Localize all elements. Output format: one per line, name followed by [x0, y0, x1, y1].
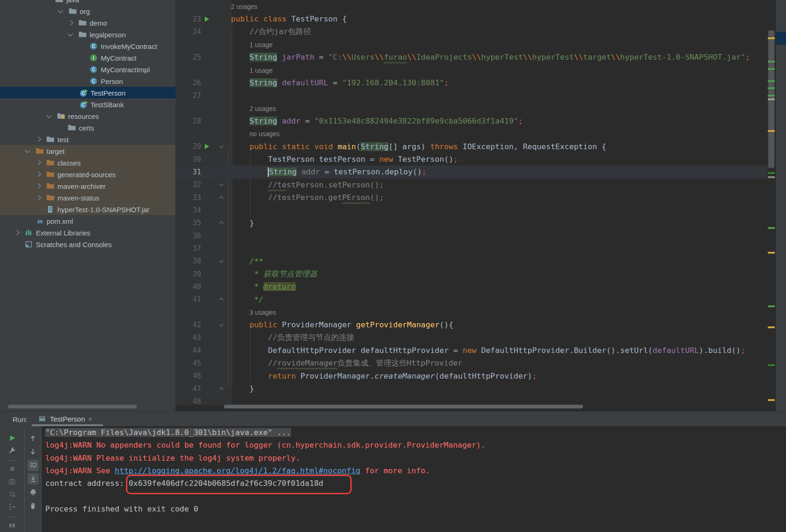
tree-item-legalperson[interactable]: legalperson	[0, 28, 175, 40]
editor-line-35[interactable]: 35 }	[175, 217, 767, 229]
error-stripe-mark[interactable]	[768, 98, 775, 100]
editor-line-42[interactable]: 42 public ProviderManager getProviderMan…	[175, 318, 767, 331]
editor-line-31[interactable]: 31 String addr = testPerson.deploy();	[175, 166, 767, 178]
editor-line-32[interactable]: 32 //testPerson.setPerson();	[175, 179, 767, 191]
error-stripe-mark[interactable]	[768, 305, 775, 307]
fold-marker-icon[interactable]	[219, 196, 224, 200]
tree-item-maven-archiver[interactable]: maven-archiver	[0, 180, 175, 192]
error-stripe-mark[interactable]	[768, 172, 775, 174]
chevron-collapsed-icon[interactable]	[35, 160, 41, 165]
error-stripe-mark[interactable]	[768, 87, 775, 89]
camera-button[interactable]	[7, 476, 18, 486]
tree-item-mycontractimpl[interactable]: CMyContractImpl	[0, 63, 175, 75]
tree-item-testsbank[interactable]: CTestSBank	[0, 98, 175, 110]
editor-line-27[interactable]: 27	[175, 89, 767, 102]
tree-item-resources[interactable]: resources	[0, 110, 175, 122]
chevron-expanded-icon[interactable]	[68, 31, 73, 36]
up-button[interactable]	[28, 433, 39, 444]
editor-line-39[interactable]: 39 * 获取节点管理器	[175, 268, 767, 280]
editor-line-36[interactable]: 36	[175, 229, 767, 242]
rerun-failed-button[interactable]	[7, 489, 18, 499]
error-stripe-mark[interactable]	[768, 80, 775, 82]
tree-item-demo[interactable]: demo	[0, 17, 175, 28]
scrollend-button[interactable]	[28, 473, 39, 484]
exit-button[interactable]	[7, 502, 18, 512]
fold-marker-icon[interactable]	[219, 221, 224, 226]
down-button[interactable]	[28, 446, 39, 457]
close-icon[interactable]: ×	[88, 415, 92, 423]
fold-marker-icon[interactable]	[219, 387, 224, 392]
editor-line-41[interactable]: 41 */	[175, 293, 767, 306]
error-stripe-mark[interactable]	[768, 176, 775, 178]
tree-item-person[interactable]: CPerson	[0, 75, 175, 87]
tree-item-scratches-and-consoles[interactable]: Scratches and Consoles	[0, 238, 175, 250]
error-stripe-mark[interactable]	[768, 227, 775, 229]
editor-line-29[interactable]: 29 public static void main(String[] args…	[175, 140, 767, 153]
error-stripe-mark[interactable]	[768, 61, 775, 62]
editor-line-43[interactable]: 43 //负责管理与节点的连接	[175, 332, 767, 344]
tree-item-testperson[interactable]: CTestPerson	[0, 87, 175, 98]
chevron-expanded-icon[interactable]	[46, 112, 51, 117]
editor-line-37[interactable]: 37	[175, 242, 767, 255]
editor-line-30[interactable]: 30 TestPerson testPerson = new TestPerso…	[175, 153, 767, 166]
chevron-collapsed-icon[interactable]	[35, 183, 41, 188]
tree-item-mycontract[interactable]: IMyContract	[0, 52, 175, 63]
tree-item-classes[interactable]: classes	[0, 157, 175, 168]
run-gutter-icon[interactable]	[201, 144, 212, 149]
tree-item-test[interactable]: test	[0, 133, 175, 145]
editor-line-28[interactable]: 28 String addr = "0x1153e48c882494e3822b…	[175, 115, 767, 127]
editor-line-40[interactable]: 40 * @return	[175, 280, 767, 293]
error-stripe-mark[interactable]	[768, 37, 775, 39]
chevron-collapsed-icon[interactable]	[35, 172, 41, 177]
rerun-button[interactable]	[7, 433, 18, 443]
console-link[interactable]: http://logging.apache.org/log4j/1.2/faq.…	[115, 466, 361, 475]
chevron-expanded-icon[interactable]	[25, 147, 30, 152]
chevron-expanded-icon[interactable]	[58, 7, 63, 13]
fold-marker-icon[interactable]	[219, 298, 224, 303]
project-tree-horizontal-scrollbar[interactable]	[8, 405, 137, 408]
stop-button[interactable]	[7, 463, 18, 474]
tree-item-hypertest-1-0-snapshot-jar[interactable]: hyperTest-1.0-SNAPSHOT.jar	[0, 203, 175, 215]
tree-item-certs[interactable]: certs	[0, 122, 175, 133]
tree-item-generated-sources[interactable]: generated-sources	[0, 168, 175, 180]
chevron-collapsed-icon[interactable]	[68, 20, 73, 25]
editor-horizontal-scrollbar[interactable]	[224, 405, 583, 408]
fold-marker-icon[interactable]	[219, 144, 224, 148]
error-stripe-mark[interactable]	[768, 95, 775, 97]
tree-item-external-libraries[interactable]: External Libraries	[0, 227, 175, 238]
tree-item-maven-status[interactable]: maven-status	[0, 192, 175, 203]
editor-line-38[interactable]: 38 /**	[175, 255, 767, 268]
editor-error-stripe[interactable]	[767, 0, 776, 411]
error-stripe-mark[interactable]	[768, 252, 775, 254]
run-gutter-icon[interactable]	[201, 16, 212, 22]
editor-line-23[interactable]: 23public class TestPerson {	[175, 13, 767, 25]
tool-window-stripe-button[interactable]	[776, 32, 786, 45]
error-stripe-mark[interactable]	[768, 326, 775, 328]
settings-button[interactable]	[7, 445, 18, 456]
error-stripe-mark[interactable]	[768, 68, 775, 70]
editor-line-26[interactable]: 26 String defaultURL = "192.168.204.130:…	[175, 76, 767, 89]
editor-line-47[interactable]: 47 }	[175, 382, 767, 395]
chevron-collapsed-icon[interactable]	[35, 137, 41, 142]
chevron-collapsed-icon[interactable]	[14, 230, 19, 235]
code-editor[interactable]: 2 usages23public class TestPerson {24 //…	[175, 0, 767, 411]
editor-line-34[interactable]: 34	[175, 204, 767, 216]
tree-item-invokemycontract[interactable]: CInvokeMyContract	[0, 40, 175, 52]
fold-marker-icon[interactable]	[219, 258, 224, 263]
softwrap-button[interactable]	[28, 460, 39, 471]
tree-item-pom-xml[interactable]: mpom.xml	[0, 215, 175, 227]
error-stripe-mark[interactable]	[768, 399, 775, 401]
print-button[interactable]	[28, 487, 39, 498]
tree-item-org[interactable]: org	[0, 5, 175, 17]
error-stripe-mark[interactable]	[768, 130, 775, 132]
tree-item-java[interactable]: java	[0, 0, 175, 5]
editor-line-24[interactable]: 24 //合约jar包路径	[175, 26, 767, 38]
clear-button[interactable]	[28, 500, 39, 511]
fold-marker-icon[interactable]	[219, 182, 224, 187]
editor-line-44[interactable]: 44 DefaultHttpProvider defaultHttpProvid…	[175, 344, 767, 357]
chevron-collapsed-icon[interactable]	[35, 195, 41, 200]
editor-line-46[interactable]: 46 return ProviderManager.createManager(…	[175, 370, 767, 382]
editor-line-45[interactable]: 45 //rovideManager负责集成、管理这些HttpProvider	[175, 357, 767, 369]
tree-item-target[interactable]: target	[0, 145, 175, 157]
fold-marker-icon[interactable]	[219, 322, 224, 327]
